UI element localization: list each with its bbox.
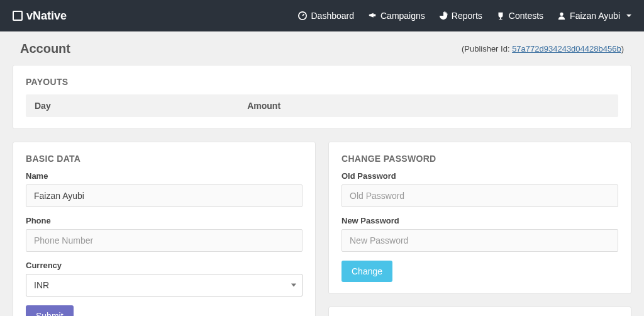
currency-group: Currency INR	[26, 261, 303, 296]
dashboard-icon	[298, 11, 307, 20]
nav-items: Dashboard Campaigns Reports Contests Fai…	[298, 11, 631, 21]
svg-point-1	[560, 13, 563, 16]
new-password-group: New Password	[341, 216, 618, 252]
currency-label: Currency	[26, 261, 303, 270]
navbar: vNative Dashboard Campaigns Reports Cont…	[0, 0, 644, 31]
payouts-title: PAYOUTS	[26, 77, 618, 87]
nav-dashboard-label: Dashboard	[311, 11, 354, 21]
currency-select-wrap: INR	[26, 274, 303, 296]
left-column: BASIC DATA Name Phone Currency INR	[13, 142, 316, 316]
name-group: Name	[26, 171, 303, 207]
phone-label: Phone	[26, 216, 303, 225]
change-button[interactable]: Change	[341, 261, 392, 282]
nav-user[interactable]: Faizan Ayubi	[557, 11, 631, 21]
trophy-icon	[496, 11, 505, 20]
bullhorn-icon	[368, 11, 377, 20]
publisher-id-link[interactable]: 57a772d934243d04428b456b	[512, 44, 621, 54]
nav-dashboard[interactable]: Dashboard	[298, 11, 354, 21]
nav-contests-label: Contests	[509, 11, 543, 21]
nav-reports[interactable]: Reports	[439, 11, 482, 21]
publisher-id-label: (Publisher Id:	[462, 44, 512, 54]
submit-button[interactable]: Submit	[26, 305, 74, 316]
nav-contests[interactable]: Contests	[496, 11, 543, 21]
new-password-input[interactable]	[341, 229, 618, 252]
brand[interactable]: vNative	[13, 9, 67, 23]
basic-data-title: BASIC DATA	[26, 154, 303, 164]
name-input[interactable]	[26, 184, 303, 207]
nav-reports-label: Reports	[452, 11, 482, 21]
new-password-label: New Password	[341, 216, 618, 225]
change-password-title: CHANGE PASSWORD	[341, 154, 618, 164]
old-password-input[interactable]	[341, 184, 618, 207]
content-columns: BASIC DATA Name Phone Currency INR	[13, 142, 631, 316]
payouts-panel: PAYOUTS Day Amount	[13, 65, 631, 129]
user-icon	[557, 11, 566, 20]
finance-data-panel: FINANCE DATA Bank Account Number	[328, 307, 631, 316]
old-password-group: Old Password	[341, 171, 618, 207]
pie-chart-icon	[439, 11, 448, 20]
payouts-col-day: Day	[35, 101, 247, 111]
name-label: Name	[26, 171, 303, 181]
change-password-panel: CHANGE PASSWORD Old Password New Passwor…	[328, 142, 631, 294]
nav-campaigns-label: Campaigns	[380, 11, 425, 21]
chevron-down-icon	[626, 14, 631, 17]
page-title: Account	[20, 42, 70, 56]
publisher-id: (Publisher Id: 57a772d934243d04428b456b)	[462, 44, 624, 54]
nav-campaigns[interactable]: Campaigns	[368, 11, 425, 21]
currency-select[interactable]: INR	[26, 274, 303, 296]
container: Account (Publisher Id: 57a772d934243d044…	[0, 31, 644, 316]
brand-text: vNative	[26, 9, 67, 23]
brand-icon	[13, 11, 23, 21]
header-row: Account (Publisher Id: 57a772d934243d044…	[20, 42, 624, 56]
publisher-id-close: )	[621, 44, 624, 54]
old-password-label: Old Password	[341, 171, 618, 181]
basic-data-panel: BASIC DATA Name Phone Currency INR	[13, 142, 316, 316]
nav-user-label: Faizan Ayubi	[570, 11, 620, 21]
payouts-table-head: Day Amount	[26, 94, 618, 117]
phone-input[interactable]	[26, 229, 303, 252]
right-column: CHANGE PASSWORD Old Password New Passwor…	[328, 142, 631, 316]
phone-group: Phone	[26, 216, 303, 252]
payouts-col-amount: Amount	[247, 101, 609, 111]
